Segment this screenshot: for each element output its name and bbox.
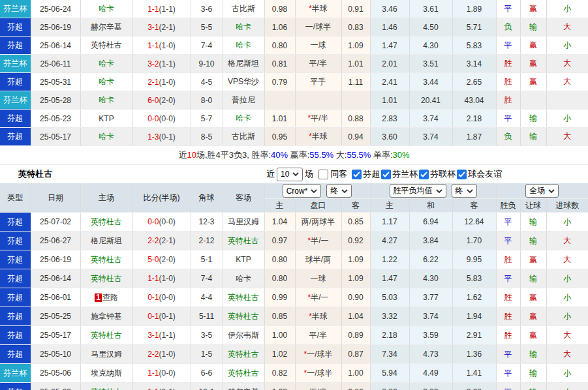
fulltime-score[interactable]: 0-0 [147,114,159,123]
scope-select[interactable]: 全场 [525,184,559,198]
fulltime-score[interactable]: 0-0 [147,217,159,226]
odds-company-select[interactable]: Crow* [283,184,322,198]
fulltime-score[interactable]: 1-1 [147,41,159,50]
euro-home-odds: 3.32 [382,312,397,321]
match-row: 芬超 25-05-10 马里汉姆 2-2(1-0) 1-5 英特杜古 1.02 … [0,345,588,364]
away-team-name[interactable]: 格尼斯坦 [228,59,259,68]
cell-corners: 12-3 [191,213,223,232]
euro-draw-odds: 4.30 [423,41,438,50]
home-team-name[interactable]: 格尼斯坦 [91,236,122,245]
col-header-league-type: 类型 [0,183,31,213]
fulltime-score[interactable]: 6-0 [147,96,159,105]
home-team-name[interactable]: 英特杜古 [91,387,122,390]
cell-date: 25-05-10 [31,345,80,364]
euro-draw-odds: 3.77 [423,293,438,302]
home-team-name[interactable]: 哈卡 [99,4,114,13]
away-team-name[interactable]: 古比斯 [232,4,255,13]
home-team-name[interactable]: 马里汉姆 [91,350,122,359]
fulltime-score[interactable]: 2-2 [147,350,159,359]
fulltime-score[interactable]: 3-1 [147,331,159,340]
away-team-name[interactable]: 普拉尼 [232,95,255,104]
avg-stage-select[interactable]: 终 [452,184,477,198]
away-team-name[interactable]: 英特杜古 [228,236,259,245]
handicap-result: 输 [529,350,537,359]
corner-score: 12-3 [198,217,214,226]
handicap-result: 赢 [529,59,537,68]
home-team-name[interactable]: 哈卡 [99,77,114,86]
cell-home-team: 马里汉姆 [80,345,132,364]
away-team-name[interactable]: 英特杜古 [228,350,259,359]
cell-score: 0-0(0-0) [132,110,191,128]
cell-result: 胜 [496,326,520,345]
home-team-name[interactable]: 赫尔辛基 [91,22,122,31]
away-team-name[interactable]: 英特杜古 [228,293,259,302]
fulltime-score[interactable]: 2-2 [147,236,159,245]
fulltime-score[interactable]: 1-3 [147,132,159,142]
fulltime-score[interactable]: 2-1 [147,78,159,87]
cell-league-type: 芬超 [0,307,31,326]
away-team-name[interactable]: VPS华沙 [228,77,259,86]
odds-stage-select[interactable]: 终 [326,184,352,198]
away-team-name[interactable]: 哈卡 [236,274,251,283]
avg-type-select[interactable]: 胜平负均值 [390,184,446,198]
away-team-name[interactable]: 英特杜古 [228,312,259,321]
handicap-name: 一/球半 [307,368,332,378]
home-team-name[interactable]: 查路 [102,293,118,302]
away-team-name[interactable]: 哈卡 [236,113,251,123]
league-filter-checkbox[interactable] [352,170,362,179]
over-under-result: 小 [563,113,571,123]
home-team-name[interactable]: 英特杜古 [91,255,122,264]
home-team-name[interactable]: 英特杜古 [91,40,122,50]
cell-away-team: 哈卡 [223,37,264,55]
asia-away-odds: 1.11 [348,78,363,87]
fulltime-score[interactable]: 1-1 [147,368,159,378]
cell-euro-away-odds: 1.89 [452,0,496,18]
fulltime-score[interactable]: 1-1 [147,387,159,390]
match-row: 芬兰杯 25-06-24 哈卡 1-1(1-1) 3-6 古比斯 0.98 *半… [0,0,588,18]
euro-away-odds: 1.36 [467,350,482,359]
cell-asia-away-odds: 0.90 [341,288,370,307]
home-team-name[interactable]: 英特杜古 [91,217,122,226]
cell-asia-home-odds: 0.85 [264,307,295,326]
handicap-result: 输 [529,217,537,226]
match-date: 25-05-03 [40,387,71,390]
asia-home-odds: 0.98 [272,5,287,14]
away-team-name[interactable]: 古比斯 [232,132,255,141]
cell-goals-result: 大 [546,128,588,146]
cell-handicap: *一/球半 [295,364,341,383]
same-away-checkbox[interactable] [318,170,328,179]
home-team-name[interactable]: 哈卡 [99,95,114,104]
summary-segment: 近 [178,150,187,160]
asia-away-odds: 1.04 [348,312,363,321]
away-team-name[interactable]: 伊尔韦斯 [228,331,259,340]
home-team-name[interactable]: 施拿钟基 [91,312,122,321]
fulltime-score[interactable]: 0-1 [147,293,159,302]
home-team-name[interactable]: 哈卡 [99,59,114,68]
home-team-name[interactable]: 哈卡 [99,132,114,141]
fulltime-score[interactable]: 0-1 [147,312,159,321]
fulltime-score[interactable]: 1-1 [147,274,159,283]
league-filter-checkbox[interactable] [419,170,429,179]
league-filter-checkbox[interactable] [457,170,467,179]
home-team-name[interactable]: 英特杜古 [91,331,122,340]
away-team-name[interactable]: 赫尔辛基 [228,387,259,390]
euro-draw-odds: 3.51 [423,59,438,68]
fulltime-score[interactable]: 3-2 [147,59,159,68]
home-team-name[interactable]: 英特杜古 [91,274,122,283]
fulltime-score[interactable]: 3-1 [147,23,159,32]
fulltime-score[interactable]: 5-0 [147,255,159,264]
league-filter-checkbox[interactable] [381,170,391,179]
away-team-name[interactable]: 哈卡 [236,40,251,50]
recent-count-select[interactable]: 10 [277,168,303,181]
away-team-name[interactable]: 哈卡 [236,22,251,31]
handicap-name: 半/一 [311,236,328,245]
home-team-name[interactable]: 埃克纳斯 [91,368,122,378]
asia-home-odds: 1.06 [272,23,287,32]
fulltime-score[interactable]: 1-1 [147,5,159,14]
home-team-name[interactable]: KTP [99,114,114,123]
away-team-name[interactable]: 英特杜古 [228,368,259,378]
away-team-name[interactable]: 马里汉姆 [228,217,259,226]
result-header-cell: 全场 [496,183,588,199]
cell-away-team: 英特杜古 [223,288,264,307]
away-team-name[interactable]: KTP [236,255,251,264]
